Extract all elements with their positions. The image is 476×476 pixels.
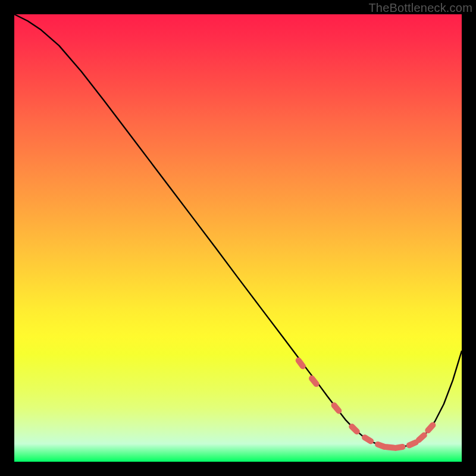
marker-dash xyxy=(352,427,357,431)
marker-dash xyxy=(396,447,403,448)
plot-area xyxy=(14,14,462,462)
marker-dash xyxy=(409,443,416,446)
marker-dash xyxy=(428,425,433,430)
marker-dash xyxy=(312,378,317,384)
bottleneck-curve xyxy=(14,14,462,462)
watermark-text: TheBottleneck.com xyxy=(368,1,472,15)
marker-dash xyxy=(419,435,424,440)
marker-dash xyxy=(299,361,303,367)
curve-path xyxy=(14,14,462,447)
marker-dash xyxy=(365,437,371,441)
marker-dash xyxy=(378,444,384,447)
marker-dash xyxy=(334,405,339,411)
chart-frame: TheBottleneck.com xyxy=(0,0,476,476)
